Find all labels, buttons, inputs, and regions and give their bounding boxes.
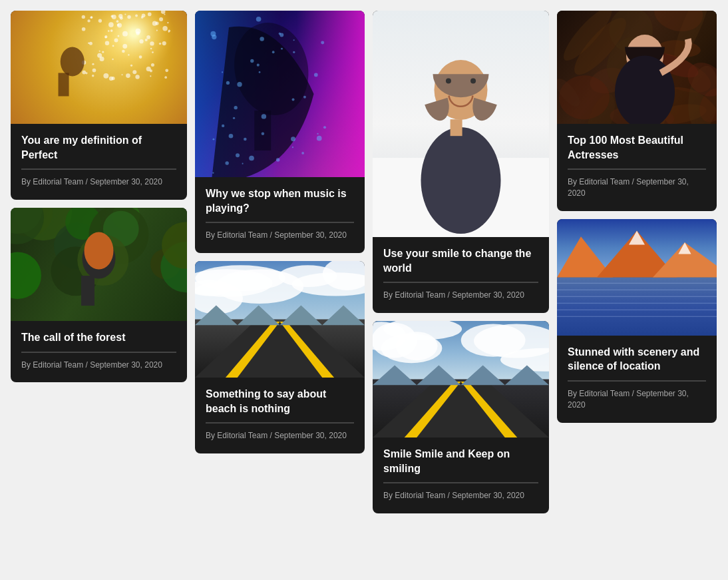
card-body-3: Why we stop when music is playing? By Ed… <box>195 177 365 253</box>
card-body-8: Stunned with scenery and silence of loca… <box>557 336 717 423</box>
card-image-3 <box>195 11 365 177</box>
card-actresses[interactable]: Top 100 Most Beautiful Actresses By Edit… <box>557 11 717 211</box>
card-body-4: Something to say about beach is nothing … <box>195 378 365 453</box>
card-divider-4 <box>206 422 354 424</box>
card-image-8 <box>557 219 717 336</box>
canvas-road-landscape <box>373 321 549 437</box>
card-title-3: Why we stop when music is playing? <box>206 186 354 215</box>
card-body-6: Smile Smile and Keep on smiling By Edito… <box>373 437 549 513</box>
card-meta-4: By Editorial Team / September 30, 2020 <box>206 430 354 441</box>
card-title-7: Top 100 Most Beautiful Actresses <box>568 133 706 162</box>
card-title-5: Use your smile to change the world <box>383 246 538 275</box>
card-title-4: Something to say about beach is nothing <box>206 387 354 416</box>
card-divider-7 <box>568 168 706 170</box>
card-keep-smiling[interactable]: Smile Smile and Keep on smiling By Edito… <box>373 321 549 513</box>
canvas-blue-woman <box>195 11 365 177</box>
canvas-child-water <box>11 11 187 124</box>
canvas-mountain-lake <box>557 219 717 336</box>
card-title-1: You are my definition of Perfect <box>21 133 176 162</box>
card-image-7 <box>557 11 717 124</box>
card-grid: You are my definition of Perfect By Edit… <box>11 11 717 513</box>
canvas-road-desert <box>195 261 365 378</box>
card-divider-1 <box>21 168 176 170</box>
card-image-1 <box>11 11 187 124</box>
card-meta-6: By Editorial Team / September 30, 2020 <box>383 490 538 501</box>
canvas-smiling-woman <box>373 11 549 237</box>
card-image-2 <box>11 208 187 321</box>
column-1: You are my definition of Perfect By Edit… <box>11 11 187 382</box>
card-image-6 <box>373 321 549 437</box>
card-divider-6 <box>383 482 538 483</box>
card-body-2: The call of the forest By Editorial Team… <box>11 321 187 382</box>
column-4: Top 100 Most Beautiful Actresses By Edit… <box>557 11 717 423</box>
column-2: Why we stop when music is playing? By Ed… <box>195 11 365 453</box>
card-image-5 <box>373 11 549 237</box>
card-divider-5 <box>383 282 538 283</box>
card-body-5: Use your smile to change the world By Ed… <box>373 237 549 313</box>
card-body-7: Top 100 Most Beautiful Actresses By Edit… <box>557 124 717 211</box>
card-meta-5: By Editorial Team / September 30, 2020 <box>383 290 538 301</box>
card-divider-3 <box>206 222 354 223</box>
card-title-2: The call of the forest <box>21 330 176 345</box>
card-meta-1: By Editorial Team / September 30, 2020 <box>21 176 176 188</box>
column-3: Use your smile to change the world By Ed… <box>373 11 549 513</box>
card-title-8: Stunned with scenery and silence of loca… <box>568 345 706 374</box>
card-body-1: You are my definition of Perfect By Edit… <box>11 124 187 200</box>
canvas-forest-girl <box>11 208 187 321</box>
card-smile-world[interactable]: Use your smile to change the world By Ed… <box>373 11 549 313</box>
card-music[interactable]: Why we stop when music is playing? By Ed… <box>195 11 365 253</box>
card-meta-8: By Editorial Team / September 30, 2020 <box>568 388 706 411</box>
card-meta-2: By Editorial Team / September 30, 2020 <box>21 360 176 371</box>
card-image-4 <box>195 261 365 378</box>
card-beach[interactable]: Something to say about beach is nothing … <box>195 261 365 453</box>
card-forest[interactable]: The call of the forest By Editorial Team… <box>11 208 187 382</box>
card-meta-7: By Editorial Team / September 30, 2020 <box>568 176 706 199</box>
card-title-6: Smile Smile and Keep on smiling <box>383 447 538 475</box>
canvas-cave-woman <box>557 11 717 124</box>
card-divider-8 <box>568 380 706 382</box>
card-you-are-my-definition[interactable]: You are my definition of Perfect By Edit… <box>11 11 187 200</box>
card-scenery[interactable]: Stunned with scenery and silence of loca… <box>557 219 717 423</box>
card-divider-2 <box>21 352 176 353</box>
card-meta-3: By Editorial Team / September 30, 2020 <box>206 230 354 241</box>
